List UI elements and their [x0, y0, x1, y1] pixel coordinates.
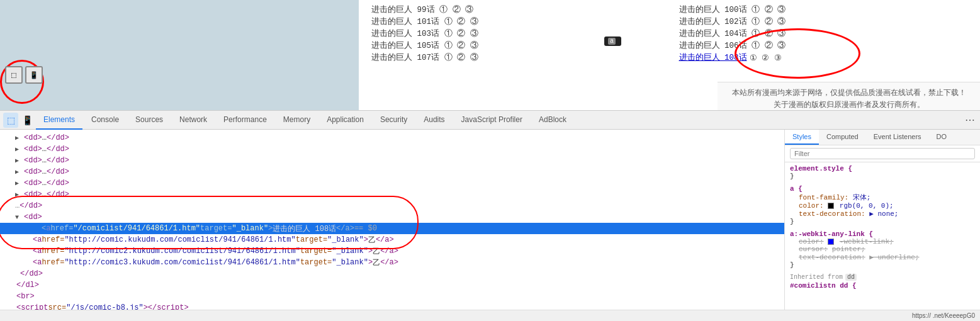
- styles-tab-computed[interactable]: Computed: [819, 130, 866, 145]
- tab-audits[interactable]: Audits: [416, 111, 452, 130]
- devtools-body: ▶ <dd>…</dd> ▶ <dd>…</dd> ▶ <dd>…</dd> ▶…: [0, 130, 980, 321]
- manga-item-108[interactable]: 进击的巨人 108话 ① ② ③: [679, 52, 968, 63]
- dom-line-a-2[interactable]: <a href="http://comic.kukudm.com/comicli…: [0, 234, 784, 245]
- manga-item-102: 进击的巨人 102话 ① ② ③: [679, 16, 968, 27]
- dom-line-dd-close[interactable]: </dd>: [0, 268, 784, 279]
- devtools-panel: ⬚ 📱 Elements Console Sources Network Per…: [0, 110, 980, 321]
- dom-line-dd-open[interactable]: ▼ <dd>: [0, 211, 784, 223]
- dom-line-a-selected[interactable]: <a href="/comiclist/941/64861/1.htm" tar…: [0, 223, 784, 234]
- tab-memory[interactable]: Memory: [276, 111, 318, 130]
- dom-line-a-3[interactable]: <a href="http://comic2.kukudm.com/comicl…: [0, 245, 784, 257]
- dom-line-dd4[interactable]: ▶ <dd>…</dd>: [0, 166, 784, 177]
- collapse-arrow[interactable]: ▼: [15, 214, 24, 221]
- tab-application[interactable]: Application: [319, 111, 371, 130]
- manga-item-104: 进击的巨人 104话 ① ② ③: [679, 28, 968, 39]
- styles-tabs: Styles Computed Event Listeners DO ⋯: [785, 130, 980, 145]
- status-url: https:// .net/KeeeepG0: [912, 312, 975, 319]
- dom-line-dd2[interactable]: ▶ <dd>…</dd>: [0, 144, 784, 155]
- notice-line1: 本站所有漫画均来源于网络，仅提供低品质漫画在线试看，禁止下载！: [718, 87, 980, 99]
- tab-performance[interactable]: Performance: [216, 111, 274, 130]
- styles-filter-container: [785, 145, 980, 162]
- device-emulation-button[interactable]: 📱: [20, 113, 35, 128]
- styles-tab-event-listeners[interactable]: Event Listeners: [866, 130, 929, 145]
- manga-item-100: 进击的巨人 100话 ① ② ③: [679, 4, 968, 15]
- manga-item-101: 进击的巨人 101话 ① ② ③: [371, 16, 660, 27]
- expand-arrow[interactable]: ▶: [15, 145, 24, 153]
- dom-line-dd-expand-before[interactable]: …</dd>: [0, 200, 784, 211]
- styles-tab-styles[interactable]: Styles: [785, 130, 819, 145]
- dom-line-dd6[interactable]: ▶ <dd>…</dd>: [0, 189, 784, 200]
- tab-network[interactable]: Network: [172, 111, 215, 130]
- manga-link-108[interactable]: 进击的巨人 108话: [679, 52, 747, 63]
- manga-item-99: 进击的巨人 99话 ① ② ③: [371, 4, 660, 15]
- styles-filter-input[interactable]: [790, 148, 975, 159]
- styles-content: element.style { } a { font-family: 宋体; c…: [785, 162, 980, 321]
- left-content-panel: ⬚ 📱: [0, 0, 359, 110]
- cursor-tool-button[interactable]: ⬚: [3, 113, 18, 128]
- tab-js-profiler[interactable]: JavaScript Profiler: [454, 111, 530, 130]
- expand-arrow[interactable]: ▶: [15, 157, 24, 164]
- dom-line-a-4[interactable]: <a href="http://comic3.kukudm.com/comicl…: [0, 257, 784, 268]
- dom-line-dd3[interactable]: ▶ <dd>…</dd>: [0, 155, 784, 166]
- cursor-icon[interactable]: ⬚: [5, 66, 23, 84]
- elements-panel[interactable]: ▶ <dd>…</dd> ▶ <dd>…</dd> ▶ <dd>…</dd> ▶…: [0, 130, 785, 321]
- dom-line-dl-close[interactable]: </dl>: [0, 279, 784, 291]
- tab-console[interactable]: Console: [84, 111, 127, 130]
- tab-security[interactable]: Security: [373, 111, 415, 130]
- inherited-tag: dd: [845, 274, 857, 281]
- css-rule-a: a { font-family: 宋体; color: rgb(0, 0, 0)…: [790, 185, 975, 225]
- devtools-toolbar: ⬚ 📱 Elements Console Sources Network Per…: [0, 111, 980, 130]
- dom-line-dd1[interactable]: ▶ <dd>…</dd>: [0, 132, 784, 144]
- styles-panel: Styles Computed Event Listeners DO ⋯ ele…: [785, 130, 980, 321]
- color-swatch-webkit[interactable]: [828, 239, 834, 245]
- phone-icon[interactable]: 📱: [25, 66, 43, 84]
- tab-adblock[interactable]: AdBlock: [531, 111, 574, 130]
- css-rule-comiclistn: #comiclistn dd {: [790, 282, 975, 290]
- manga-item-107: 进击的巨人 107话 ① ② ③: [371, 52, 660, 63]
- css-rule-webkit-link: a:-webkit-any-link { color: -webkit-link…: [790, 230, 975, 269]
- manga-item-106: 进击的巨人 106话 ① ② ③: [679, 40, 968, 51]
- status-bar: https:// .net/KeeeepG0: [0, 310, 980, 321]
- inherited-from-label: Inherited from dd: [790, 274, 975, 281]
- dom-line-br[interactable]: <br>: [0, 291, 784, 302]
- dom-line-dd5[interactable]: ▶ <dd>…</dd>: [0, 177, 784, 189]
- expand-arrow[interactable]: ▶: [15, 134, 24, 142]
- expand-arrow[interactable]: ▶: [15, 191, 24, 198]
- color-swatch-black[interactable]: [828, 203, 834, 209]
- styles-tab-do[interactable]: DO: [929, 130, 955, 145]
- tab-elements[interactable]: Elements: [36, 111, 82, 130]
- element-tooltip: [604, 37, 621, 46]
- tab-sources[interactable]: Sources: [128, 111, 171, 130]
- right-content-panel: 进击的巨人 99话 ① ② ③ 进击的巨人 100话 ① ② ③ 进击的巨人 1…: [359, 0, 980, 110]
- expand-arrow[interactable]: ▶: [15, 168, 24, 176]
- css-rule-element-style: element.style { }: [790, 165, 975, 180]
- manga-list: 进击的巨人 99话 ① ② ③ 进击的巨人 100话 ① ② ③ 进击的巨人 1…: [371, 4, 967, 63]
- expand-arrow[interactable]: ▶: [15, 179, 24, 187]
